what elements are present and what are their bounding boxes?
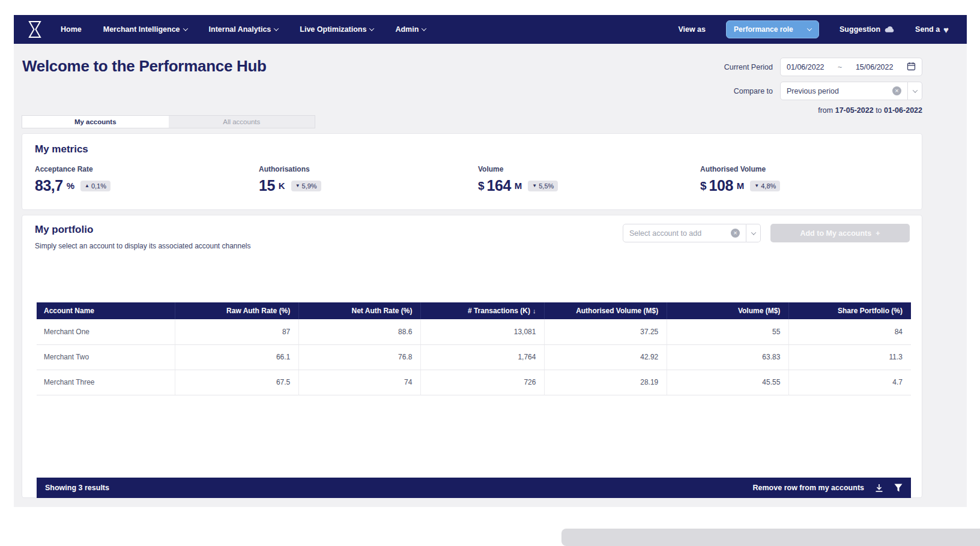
current-period-label: Current Period xyxy=(724,63,773,71)
column-volume[interactable]: Volume (M$) xyxy=(667,302,789,319)
trend-down-icon: ▼ xyxy=(754,184,759,188)
top-navbar: Home Merchant Intelligence Internal Anal… xyxy=(14,15,967,44)
metrics-title: My metrics xyxy=(35,143,88,155)
remove-row-label: Remove row from my accounts xyxy=(753,484,864,492)
nav-item-home[interactable]: Home xyxy=(61,25,82,34)
page-background: Home Merchant Intelligence Internal Anal… xyxy=(14,15,967,507)
delta-badge: ▼ 5,5% xyxy=(528,181,558,191)
column-raw-auth-rate[interactable]: Raw Auth Rate (%) xyxy=(175,302,299,319)
chevron-down-icon xyxy=(912,88,917,92)
app-window: Home Merchant Intelligence Internal Anal… xyxy=(0,0,980,546)
period-separator: ~ xyxy=(838,63,842,71)
cell-account-name: Merchant One xyxy=(37,319,175,344)
my-metrics-card: My metrics Acceptance Rate 83,7 % ▲ 0,1%… xyxy=(22,133,922,210)
column-authorised-volume[interactable]: Authorised Volume (M$) xyxy=(545,302,667,319)
tab-all-accounts[interactable]: All accounts xyxy=(169,116,315,128)
cell-account-name: Merchant Two xyxy=(37,344,175,370)
nav-menu: Home Merchant Intelligence Internal Anal… xyxy=(61,25,426,34)
trend-up-icon: ▲ xyxy=(85,184,89,188)
heart-icon: ♥ xyxy=(943,25,949,34)
compare-dropdown-button[interactable] xyxy=(908,82,922,100)
accounts-tabs: My accounts All accounts xyxy=(22,115,315,128)
plus-icon: + xyxy=(876,229,880,238)
portfolio-controls: Select account to add × Add to My accoun… xyxy=(623,224,910,242)
trend-down-icon: ▼ xyxy=(532,184,537,188)
filter-icon[interactable] xyxy=(894,484,903,492)
table-row[interactable]: Merchant Two 66.1 76.8 1,764 42.92 63.83… xyxy=(37,344,911,370)
compare-to-row: Compare to Previous period × xyxy=(734,82,922,100)
compare-to-label: Compare to xyxy=(734,87,773,95)
column-account-name[interactable]: Account Name xyxy=(37,302,175,319)
tab-my-accounts[interactable]: My accounts xyxy=(22,116,169,128)
metric-value: 164 xyxy=(487,177,511,194)
view-as-role-dropdown[interactable]: Performance role xyxy=(726,20,819,38)
current-period-row: Current Period 01/06/2022 ~ 15/06/2022 xyxy=(724,58,922,76)
nav-item-admin[interactable]: Admin xyxy=(395,25,426,34)
clear-icon[interactable]: × xyxy=(731,229,740,238)
add-to-my-accounts-button[interactable]: Add to My accounts + xyxy=(770,224,910,242)
cell-account-name: Merchant Three xyxy=(37,370,175,395)
metric-value: 15 xyxy=(259,177,275,194)
column-transactions[interactable]: # Transactions (K)↓ xyxy=(421,302,545,319)
cloud-icon xyxy=(884,26,895,34)
chevron-down-icon xyxy=(274,26,279,31)
metric-value: 108 xyxy=(709,177,733,194)
suggestion-link[interactable]: Suggestion xyxy=(839,25,895,34)
account-select-dropdown[interactable] xyxy=(746,224,761,242)
chevron-down-icon xyxy=(369,26,374,31)
results-count: Showing 3 results xyxy=(45,484,109,492)
portfolio-title: My portfolio xyxy=(35,224,93,236)
bottom-scrollbar[interactable] xyxy=(561,529,980,546)
table-row[interactable]: Merchant Three 67.5 74 726 28.19 45.55 4… xyxy=(37,370,911,395)
period-start-date: 01/06/2022 xyxy=(787,63,824,71)
delta-badge: ▼ 5,9% xyxy=(291,181,321,191)
table-header-row: Account Name Raw Auth Rate (%) Net Auth … xyxy=(37,302,911,319)
comparison-range-text: from 17-05-2022 to 01-06-2022 xyxy=(818,106,922,115)
column-net-auth-rate[interactable]: Net Auth Rate (%) xyxy=(299,302,421,319)
compare-select[interactable]: Previous period × xyxy=(780,82,908,100)
download-icon[interactable] xyxy=(875,484,883,493)
comparison-end-date: 01-06-2022 xyxy=(884,106,922,115)
chevron-down-icon xyxy=(422,26,426,31)
brand-logo-icon[interactable] xyxy=(27,20,43,38)
account-select-group: Select account to add × xyxy=(623,224,761,242)
nav-item-merchant-intelligence[interactable]: Merchant Intelligence xyxy=(103,25,187,34)
delta-badge: ▼ 4,8% xyxy=(750,181,780,191)
date-range-picker[interactable]: 01/06/2022 ~ 15/06/2022 xyxy=(780,58,922,76)
chevron-down-icon xyxy=(751,230,755,235)
portfolio-subtitle: Simply select an account to display its … xyxy=(35,242,251,250)
metric-acceptance-rate: Acceptance Rate 83,7 % ▲ 0,1% xyxy=(35,165,110,194)
chevron-down-icon xyxy=(183,26,187,31)
clear-icon[interactable]: × xyxy=(892,86,901,95)
column-share-portfolio[interactable]: Share Portfolio (%) xyxy=(789,302,911,319)
table-footer: Showing 3 results Remove row from my acc… xyxy=(37,478,911,498)
delta-badge: ▲ 0,1% xyxy=(80,181,110,191)
account-select[interactable]: Select account to add × xyxy=(623,224,746,242)
nav-item-internal-analytics[interactable]: Internal Analytics xyxy=(209,25,279,34)
metric-volume: Volume $ 164 M ▼ 5,5% xyxy=(478,165,558,194)
table-row[interactable]: Merchant One 87 88.6 13,081 37.25 55 84 xyxy=(37,319,911,344)
metric-authorisations: Authorisations 15 K ▼ 5,9% xyxy=(259,165,321,194)
period-end-date: 15/06/2022 xyxy=(856,63,894,71)
compare-value: Previous period xyxy=(787,87,839,95)
comparison-start-date: 17-05-2022 xyxy=(835,106,874,115)
sort-desc-icon: ↓ xyxy=(533,307,536,314)
compare-select-group: Previous period × xyxy=(780,82,922,100)
trend-down-icon: ▼ xyxy=(295,184,300,188)
view-as-label: View as xyxy=(678,25,706,34)
chevron-down-icon xyxy=(807,26,812,31)
account-select-placeholder: Select account to add xyxy=(629,229,701,238)
portfolio-table: Account Name Raw Auth Rate (%) Net Auth … xyxy=(37,302,911,395)
calendar-icon xyxy=(907,62,916,73)
my-portfolio-card: My portfolio Simply select an account to… xyxy=(22,215,922,498)
metric-value: 83,7 xyxy=(35,177,63,194)
nav-item-live-optimizations[interactable]: Live Optimizations xyxy=(300,25,374,34)
send-a-heart-link[interactable]: Send a ♥ xyxy=(915,25,949,34)
navbar-right: View as Performance role Suggestion Send… xyxy=(678,20,949,38)
metric-authorised-volume: Authorised Volume $ 108 M ▼ 4,8% xyxy=(700,165,780,194)
page-title: Welcome to the Performance Hub xyxy=(22,57,267,76)
